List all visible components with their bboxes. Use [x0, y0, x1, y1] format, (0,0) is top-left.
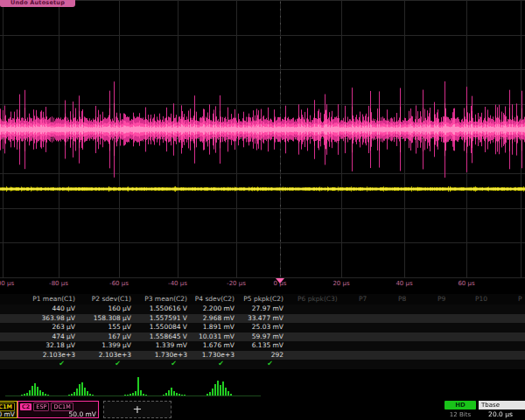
- c1-volts-per-div: 500 mV: [0, 410, 15, 419]
- oscilloscope-screen: Undo Autosetup -100 µs-80 µs-60 µs-40 µs…: [0, 0, 525, 420]
- c2-esp-badge: ESP: [33, 402, 49, 411]
- measure-column-header-disabled[interactable]: P10: [475, 294, 487, 304]
- measure-column-header[interactable]: P1 mean(C1): [32, 294, 75, 304]
- measure-value: 2.103e+3: [43, 351, 75, 360]
- hd-mode-badge[interactable]: HD: [444, 401, 476, 410]
- hd-bits-label: 12 Bits: [443, 410, 478, 419]
- measure-status-ok-icon: ✔: [267, 360, 273, 369]
- measure-value: 1.550084 V: [150, 323, 187, 332]
- measure-column-header[interactable]: P5 pkpk(C2): [243, 294, 284, 304]
- measure-column-header-disabled[interactable]: P: [518, 294, 522, 304]
- measure-value: 158.308 µV: [94, 314, 131, 324]
- time-axis-tick-label: -40 µs: [168, 280, 187, 287]
- measure-value: 2.968 mV: [203, 314, 234, 324]
- measure-value: 160 µV: [108, 304, 131, 314]
- measure-table-row: 363.98 µV158.308 µV1.557591 V2.968 mV33.…: [0, 314, 525, 324]
- measure-value: 155 µV: [108, 323, 131, 332]
- timebase-descriptor[interactable]: Tbase: [479, 401, 525, 410]
- measure-column-header-disabled[interactable]: P6 pkpk(C3): [298, 294, 338, 304]
- measure-value: 1.730e+3: [202, 351, 234, 360]
- measure-value: 1.891 mV: [203, 323, 234, 332]
- measure-value: 59.97 mV: [252, 332, 284, 342]
- measure-value: 1.558645 V: [150, 332, 187, 342]
- measure-value: 440 µV: [52, 304, 75, 314]
- measure-value: 167 µV: [108, 332, 131, 342]
- measure-table-row: P1 mean(C1)P2 sdev(C1)P3 mean(C2)P4 sdev…: [0, 294, 525, 304]
- measure-value: 474 µV: [52, 332, 75, 342]
- measure-value: 1.550616 V: [150, 304, 187, 314]
- channel-c2-descriptor[interactable]: C2 ESP DC1M 50.0 mV: [18, 401, 99, 418]
- time-axis-tick-label: -20 µs: [227, 280, 246, 287]
- time-axis-tick-label: -60 µs: [109, 280, 129, 287]
- measure-value: 263 µV: [52, 323, 75, 332]
- measurement-table: P1 mean(C1)P2 sdev(C1)P3 mean(C2)P4 sdev…: [0, 294, 525, 369]
- measure-column-header[interactable]: P2 sdev(C1): [92, 294, 131, 304]
- measure-value: 1.399 µV: [102, 341, 131, 351]
- time-axis-tick-label: -100 µs: [0, 280, 14, 287]
- c1-coupling-badge: DC1M: [0, 402, 15, 411]
- measure-table-row: 474 µV167 µV1.558645 V10.031 mV59.97 mV: [0, 332, 525, 342]
- time-axis-labels: -100 µs-80 µs-60 µs-40 µs-20 µs0 µs20 µs…: [0, 280, 525, 290]
- measure-table-row: 2.103e+32.103e+31.730e+31.730e+3292: [0, 351, 525, 360]
- measure-status-ok-icon: ✔: [59, 360, 65, 369]
- measure-value: 1.339 mV: [156, 341, 187, 351]
- measure-column-header-disabled[interactable]: P7: [359, 294, 367, 304]
- measure-value: 1.557591 V: [150, 314, 187, 324]
- measure-column-header-disabled[interactable]: P8: [398, 294, 406, 304]
- measure-value: 363.98 µV: [41, 314, 75, 324]
- undo-autosetup-button[interactable]: Undo Autosetup: [0, 0, 75, 7]
- time-axis-tick-label: 40 µs: [396, 280, 412, 287]
- measure-table-row: 440 µV160 µV1.550616 V2.200 mV27.97 mV: [0, 304, 525, 314]
- measure-table-row: ✔✔✔✔✔: [0, 360, 525, 369]
- measure-table-row: 32.18 µV1.399 µV1.339 mV1.676 mV6.135 mV: [0, 341, 525, 351]
- c2-coupling-badge: DC1M: [51, 402, 73, 411]
- measure-value: 2.200 mV: [203, 304, 234, 314]
- waveform-grid-canvas[interactable]: [0, 0, 525, 278]
- measure-value: 292: [271, 351, 284, 360]
- measure-value: 33.477 mV: [248, 314, 284, 324]
- measure-status-ok-icon: ✔: [218, 360, 224, 369]
- timebase-value: 20.0 µs: [479, 410, 522, 419]
- measure-status-ok-icon: ✔: [171, 360, 177, 369]
- measure-table-row: 263 µV155 µV1.550084 V1.891 mV25.03 mV: [0, 323, 525, 332]
- measure-column-header-disabled[interactable]: P9: [438, 294, 445, 304]
- c2-volts-per-div: 50.0 mV: [20, 410, 96, 419]
- measure-column-header[interactable]: P4 sdev(C2): [195, 294, 234, 304]
- time-axis-tick-label: 0 µs: [274, 280, 287, 287]
- measure-column-header[interactable]: P3 mean(C2): [144, 294, 187, 304]
- measure-value: 32.18 µV: [46, 341, 75, 351]
- measure-value: 25.03 mV: [252, 323, 284, 332]
- time-axis-tick-label: 60 µs: [458, 280, 474, 287]
- measure-value: 2.103e+3: [99, 351, 131, 360]
- c2-label-badge: C2: [20, 403, 32, 410]
- measure-value: 1.676 mV: [203, 341, 234, 351]
- measure-status-ok-icon: ✔: [115, 360, 121, 369]
- measurement-histicons: [0, 371, 525, 402]
- measure-value: 6.135 mV: [252, 341, 284, 351]
- time-axis-tick-label: -80 µs: [49, 280, 68, 287]
- measure-value: 1.730e+3: [155, 351, 187, 360]
- measure-value: 10.031 mV: [199, 332, 234, 342]
- channel-c1-descriptor[interactable]: DC1M 500 mV: [0, 401, 18, 418]
- add-trace-button[interactable]: +: [103, 401, 172, 418]
- measure-value: 27.97 mV: [252, 304, 284, 314]
- time-axis-tick-label: 20 µs: [332, 280, 349, 287]
